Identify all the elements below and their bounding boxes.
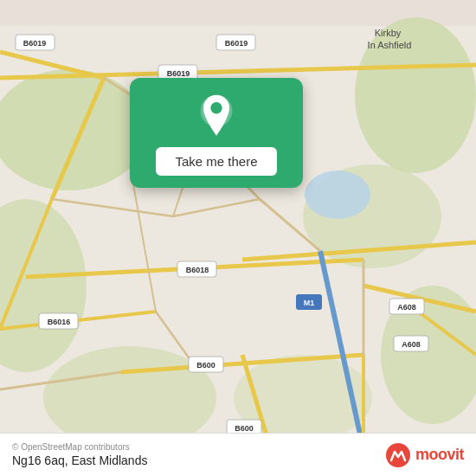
bottom-left: © OpenStreetMap contributors Ng16 6aq, E… xyxy=(12,442,147,467)
svg-text:B6019: B6019 xyxy=(167,69,190,78)
svg-text:B6019: B6019 xyxy=(225,39,248,48)
moovit-icon xyxy=(386,443,410,467)
svg-text:B6016: B6016 xyxy=(48,318,71,326)
location-label: Ng16 6aq, East Midlands xyxy=(12,453,147,467)
svg-text:In Ashfield: In Ashfield xyxy=(368,40,412,50)
svg-text:Kirkby: Kirkby xyxy=(375,28,402,38)
svg-text:B6018: B6018 xyxy=(186,266,209,274)
moovit-logo[interactable]: moovit xyxy=(386,443,464,467)
bottom-bar: © OpenStreetMap contributors Ng16 6aq, E… xyxy=(0,433,476,476)
location-card: Take me there xyxy=(130,78,303,188)
map-background: B6019 B6019 B6019 B6018 B6016 B600 B600 … xyxy=(0,0,476,476)
svg-text:A608: A608 xyxy=(402,340,421,349)
svg-text:A608: A608 xyxy=(397,303,416,312)
svg-text:B6019: B6019 xyxy=(23,39,47,48)
svg-point-8 xyxy=(305,170,370,219)
location-pin-icon xyxy=(194,93,239,138)
svg-text:B600: B600 xyxy=(196,361,215,370)
moovit-brand-name: moovit xyxy=(415,446,464,464)
map-container: B6019 B6019 B6019 B6018 B6016 B600 B600 … xyxy=(0,0,476,476)
svg-text:M1: M1 xyxy=(304,299,315,307)
take-me-there-button[interactable]: Take me there xyxy=(156,147,276,176)
svg-text:B600: B600 xyxy=(235,424,254,433)
svg-point-56 xyxy=(210,102,222,113)
copyright-text: © OpenStreetMap contributors xyxy=(12,442,147,452)
